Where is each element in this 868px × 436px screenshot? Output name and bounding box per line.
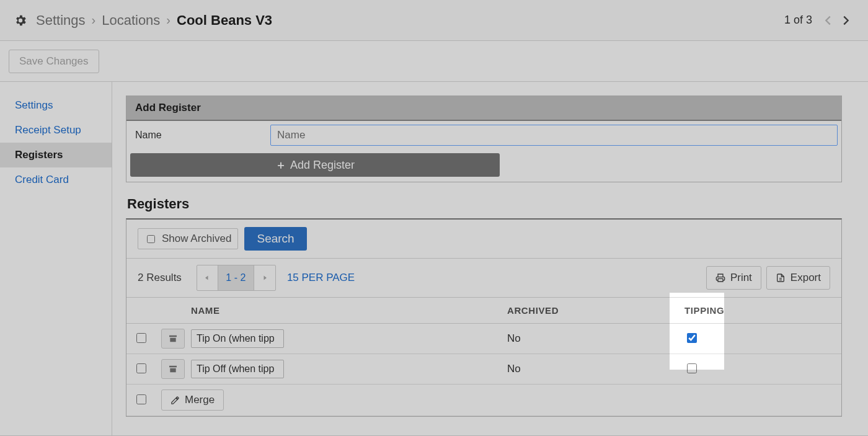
chevron-right-icon: › [166,13,170,27]
register-name-input[interactable] [270,125,838,146]
per-page-select[interactable]: 15 PER PAGE [287,272,355,284]
col-name: NAME [191,298,501,324]
sidebar: Settings Receipt Setup Registers Credit … [0,82,112,436]
show-archived-toggle[interactable]: Show Archived [138,228,238,249]
row-name-input[interactable] [191,329,284,348]
topbar: Settings › Locations › Cool Beans V3 1 o… [0,0,868,41]
pencil-icon [170,396,180,405]
pager-prev [197,265,218,290]
row-tipping-checkbox[interactable] [687,333,697,343]
table-row: No [126,354,841,385]
row-tipping-checkbox[interactable] [687,363,697,373]
sidebar-item-registers[interactable]: Registers [0,143,112,167]
print-button[interactable]: Print [706,266,761,290]
row-select-checkbox[interactable] [136,363,146,373]
gear-icon [14,14,27,27]
sidebar-item-settings[interactable]: Settings [0,93,112,118]
sidebar-item-receipt-setup[interactable]: Receipt Setup [0,118,112,143]
row-archived-value: No [501,354,678,385]
record-pager-count: 1 of 3 [784,14,812,27]
merge-button[interactable]: Merge [161,389,224,411]
table-row: No [126,324,841,354]
pager: 1 - 2 [197,265,276,291]
breadcrumb-locations[interactable]: Locations [102,12,160,29]
export-button[interactable]: Export [766,266,830,290]
row-select-checkbox[interactable] [136,333,146,343]
record-next-button[interactable] [837,12,854,29]
record-prev-button [820,12,837,29]
add-register-header: Add Register [126,96,841,121]
breadcrumb-root[interactable]: Settings [36,12,86,29]
merge-select-checkbox[interactable] [136,394,146,404]
main-content: Add Register Name ＋ Add Register Registe… [112,82,868,436]
show-archived-checkbox[interactable] [147,235,155,243]
archive-button[interactable] [161,359,185,379]
row-archived-value: No [501,324,678,354]
search-button[interactable]: Search [244,227,306,251]
archive-icon [168,364,178,374]
row-name-input[interactable] [191,360,284,378]
export-label: Export [790,272,821,284]
actionbar: Save Changes [0,41,868,82]
col-tipping: TIPPING [678,298,753,324]
breadcrumb-current: Cool Beans V3 [177,12,272,29]
pager-range[interactable]: 1 - 2 [218,265,254,290]
show-archived-label: Show Archived [162,233,231,245]
chevron-right-icon: › [92,13,96,27]
col-archived: ARCHIVED [501,298,678,324]
registers-heading: Registers [127,196,842,212]
archive-icon [168,334,178,344]
plus-icon: ＋ [275,158,286,172]
results-count: 2 Results [138,272,182,284]
merge-row: Merge [126,385,841,416]
export-icon [776,273,786,283]
save-changes-button[interactable]: Save Changes [9,50,99,73]
archive-button[interactable] [161,329,185,349]
add-register-label: Add Register [290,159,355,172]
add-register-panel: Add Register Name ＋ Add Register [126,96,842,182]
print-icon [715,273,725,283]
pager-next [254,265,275,290]
add-register-button[interactable]: ＋ Add Register [130,153,500,177]
registers-table-panel: Show Archived Search 2 Results 1 - 2 15 … [126,218,842,417]
registers-table: NAME ARCHIVED TIPPING [126,297,841,416]
print-label: Print [730,272,752,284]
name-label: Name [130,130,270,141]
merge-label: Merge [185,394,215,406]
sidebar-item-credit-card[interactable]: Credit Card [0,167,112,192]
